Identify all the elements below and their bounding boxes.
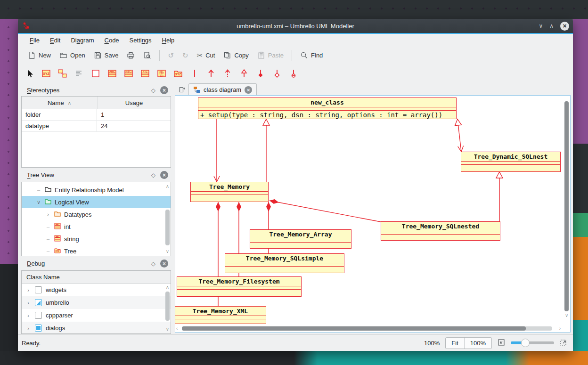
scroll-up-icon[interactable]: ∧ <box>166 285 169 290</box>
tab-close-icon[interactable]: × <box>245 86 252 94</box>
tool-dependency[interactable] <box>221 68 234 79</box>
float-icon[interactable]: ◇ <box>151 87 155 94</box>
debug-scrollbar[interactable] <box>165 292 170 321</box>
expander-closed-icon[interactable]: › <box>25 313 31 318</box>
maximize-button[interactable]: ∧ <box>549 23 554 29</box>
tree-tick[interactable]: – <box>45 248 51 254</box>
expander-open-icon[interactable]: ∨ <box>36 199 41 205</box>
menu-help[interactable]: Help <box>158 35 179 45</box>
uml-class-tree_dynamic_sqlnest[interactable]: Tree_Dynamic_SQLnest <box>461 152 561 172</box>
tree-tick[interactable]: – <box>36 187 41 193</box>
scroll-right-icon[interactable]: › <box>559 326 561 331</box>
tree-item-string[interactable]: –ABCstring <box>22 233 171 245</box>
copy-button[interactable]: Copy <box>219 49 253 62</box>
checkbox-checked[interactable] <box>35 324 42 332</box>
canvas-hscrollbar[interactable]: ‹ › <box>176 326 561 331</box>
debug-item-umbrello[interactable]: ›umbrello <box>22 296 171 309</box>
tool-datatype[interactable]: XYZ <box>139 68 151 79</box>
tree-tick[interactable]: – <box>45 224 51 229</box>
scroll-up-icon[interactable]: ∧ <box>166 184 169 189</box>
tool-composition[interactable] <box>254 68 267 79</box>
uml-class-tree_memory_array[interactable]: Tree_Memory_Array <box>250 229 351 249</box>
tool-class[interactable]: ABC <box>106 68 118 79</box>
fit-button[interactable]: Fit <box>446 338 464 349</box>
close-icon[interactable]: × <box>160 260 168 268</box>
checkbox-unchecked[interactable] <box>35 286 42 293</box>
zoom-100-button[interactable]: 100% <box>465 338 491 349</box>
scroll-down-icon[interactable]: ∨ <box>166 249 169 254</box>
close-icon[interactable]: × <box>160 171 168 179</box>
tree-item-logical-view[interactable]: ∨Logical View <box>22 196 171 208</box>
print-button[interactable] <box>122 49 139 62</box>
menu-edit[interactable]: Edit <box>46 35 65 45</box>
float-icon[interactable]: ◇ <box>151 260 155 267</box>
hscroll-thumb[interactable] <box>182 326 526 331</box>
table-row[interactable]: folder1 <box>22 109 171 121</box>
expander-closed-icon[interactable]: › <box>25 300 31 306</box>
tool-object[interactable]: XYZ <box>40 68 52 79</box>
fullscreen-icon[interactable] <box>560 339 567 348</box>
uml-class-tree_memory_filesystem[interactable]: Tree_Memory_Filesystem <box>177 276 302 297</box>
tool-enum[interactable]: ABCDEF123 <box>155 68 168 79</box>
expander-closed-icon[interactable]: › <box>25 325 31 331</box>
tool-select[interactable] <box>24 68 36 79</box>
scroll-down-icon[interactable]: ∨ <box>166 327 169 332</box>
tool-association[interactable] <box>188 68 201 79</box>
stereotypes-table-header[interactable]: Name∧Usage <box>22 97 171 109</box>
uml-class-tree_memory_xml[interactable]: Tree_Memory_XML <box>175 306 266 324</box>
minimize-button[interactable]: ∨ <box>539 23 543 29</box>
checkbox-unchecked[interactable] <box>35 312 42 319</box>
scroll-down-icon[interactable]: ∨ <box>565 313 568 318</box>
menu-file[interactable]: File <box>25 35 44 45</box>
uml-class-tree_memory_sqlnested[interactable]: Tree_Memory_SQLnested <box>381 221 500 241</box>
vscroll-thumb[interactable] <box>564 101 569 311</box>
cut-button[interactable]: ✂Cut <box>193 49 220 62</box>
uml-class-tree_memory[interactable]: Tree_Memory <box>190 182 269 202</box>
open-button[interactable]: Open <box>55 49 90 62</box>
tool-uni-association[interactable] <box>205 68 217 79</box>
tool-box[interactable] <box>90 68 102 79</box>
print-preview-button[interactable] <box>139 49 155 62</box>
tree-tick[interactable]: – <box>45 236 51 242</box>
debug-item-cppparser[interactable]: ›cppparser <box>22 309 171 322</box>
slider-handle[interactable] <box>521 339 530 347</box>
close-icon[interactable]: × <box>160 86 168 94</box>
save-button[interactable]: Save <box>90 49 123 62</box>
new-tab-button[interactable] <box>177 84 188 95</box>
titlebar[interactable]: umbrello-uml.xmi – Umbrello UML Modeller… <box>18 19 573 34</box>
uml-class-tree_memory_sqlsimple[interactable]: Tree_Memory_SQLsimple <box>225 253 344 273</box>
new-button[interactable]: New <box>24 49 55 62</box>
close-button[interactable]: × <box>560 22 569 31</box>
checkbox-partial[interactable] <box>35 299 42 306</box>
column-header-name[interactable]: Name∧ <box>22 97 98 109</box>
tool-aggregation[interactable] <box>271 68 283 79</box>
zoom-slider[interactable] <box>511 338 554 348</box>
expander-closed-icon[interactable]: › <box>45 211 51 217</box>
tool-package[interactable]: XYZ <box>172 68 184 79</box>
menu-diagram[interactable]: Diagram <box>66 35 98 45</box>
scroll-left-icon[interactable]: ‹ <box>176 326 178 331</box>
tool-text[interactable] <box>73 68 85 79</box>
debug-item-dialogs[interactable]: ›dialogs <box>22 322 171 334</box>
uml-class-new_class[interactable]: new_class+ setup(type : string, dsn : st… <box>198 97 457 119</box>
diagram-canvas[interactable]: new_class+ setup(type : string, dsn : st… <box>175 95 571 333</box>
treeview-scrollbar[interactable] <box>165 210 170 245</box>
expander-closed-icon[interactable]: › <box>25 287 31 293</box>
canvas-vscrollbar[interactable]: ∨ <box>564 97 569 322</box>
column-header-usage[interactable]: Usage <box>98 97 171 109</box>
tree-item-entity-relationship-model[interactable]: –Entity Relationship Model <box>22 184 171 196</box>
tree-item-tree[interactable]: –XYZTree <box>22 245 171 256</box>
find-button[interactable]: Find <box>296 49 327 62</box>
tool-anchor[interactable] <box>57 68 69 79</box>
tree-item-int[interactable]: –ABCint <box>22 220 171 233</box>
float-icon[interactable]: ◇ <box>151 172 155 178</box>
debug-item-widgets[interactable]: ›widgets <box>22 284 171 296</box>
table-row[interactable]: datatype24 <box>22 121 171 132</box>
tool-interface[interactable]: «ABC» <box>122 68 135 79</box>
menu-settings[interactable]: Settings <box>125 35 156 45</box>
menu-code[interactable]: Code <box>100 35 123 45</box>
tab-class-diagram[interactable]: class diagram × <box>188 83 257 96</box>
tool-generalization[interactable] <box>238 68 250 79</box>
tool-containment[interactable] <box>287 68 300 79</box>
reset-zoom-icon[interactable] <box>498 339 505 348</box>
